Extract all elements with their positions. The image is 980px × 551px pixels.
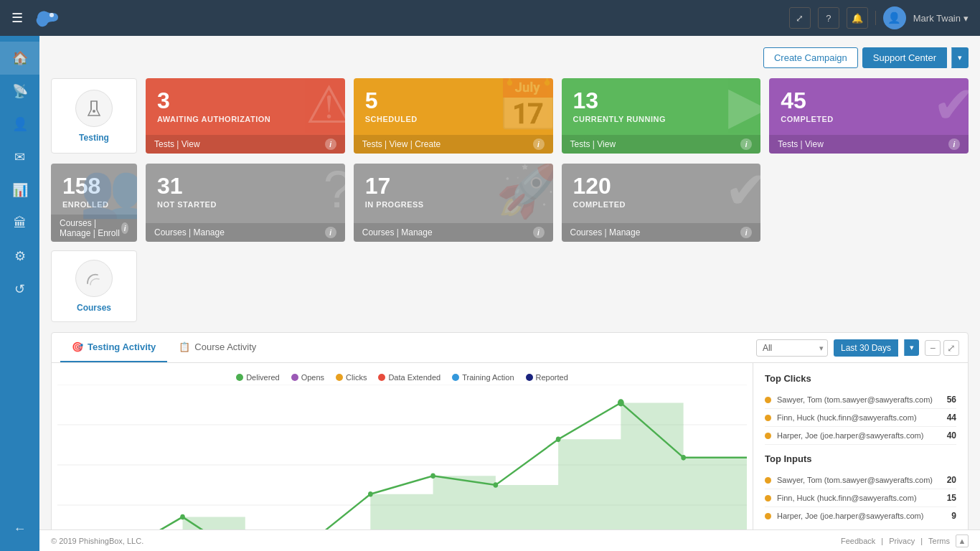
svg-point-0 — [50, 13, 54, 17]
in-progress-info-btn[interactable]: i — [533, 227, 545, 238]
stat-card-not-started: ? 31 NOT STARTED Courses | Manage i — [146, 164, 345, 242]
users-icon: 👤 — [12, 116, 28, 132]
filter-select[interactable]: All — [756, 339, 828, 357]
running-info-btn[interactable]: i — [740, 138, 752, 150]
completed-tests-label: COMPLETED — [781, 115, 957, 123]
sidebar-item-users[interactable]: 👤 — [0, 108, 39, 141]
not-started-manage-link[interactable]: Manage — [193, 227, 224, 237]
create-campaign-button[interactable]: Create Campaign — [763, 47, 858, 68]
feedback-link[interactable]: Feedback — [841, 537, 875, 545]
opens-dot — [291, 374, 298, 381]
completed-tests-links: Tests | View — [778, 139, 824, 149]
top-inputs-title: Top Inputs — [765, 453, 956, 464]
terms-link[interactable]: Terms — [928, 537, 950, 545]
completed-view-link[interactable]: View — [805, 139, 824, 149]
copyright: © 2019 PhishingBox, LLC. — [51, 537, 143, 545]
zoom-in-button[interactable]: ⤢ — [943, 340, 959, 356]
not-started-info-btn[interactable]: i — [325, 227, 336, 238]
sidebar-item-dashboard[interactable]: 🏠 — [0, 42, 39, 75]
chart-area: Delivered Opens Clicks Data Extended — [52, 363, 753, 551]
user-menu[interactable]: Mark Twain ▾ — [913, 13, 969, 24]
enrolled-enroll-link[interactable]: Enroll — [98, 228, 120, 238]
sidebar-item-reports[interactable]: 📊 — [0, 174, 39, 207]
activity-controls: All Last 30 Days ▾ − ⤢ — [756, 339, 959, 357]
enrolled-manage-link[interactable]: Manage — [60, 228, 90, 238]
completed-tests-info-btn[interactable]: i — [948, 138, 960, 150]
stats-row-1: Testing ⚠ 3 AWAITING AUTHORIZATION Tests… — [51, 78, 969, 154]
activity-section: 🎯 Testing Activity 📋 Course Activity All… — [51, 332, 969, 551]
privacy-link[interactable]: Privacy — [889, 537, 915, 545]
running-view-link[interactable]: View — [597, 139, 616, 149]
scheduled-info-btn[interactable]: i — [533, 138, 545, 150]
support-center-caret[interactable]: ▾ — [951, 47, 969, 68]
date-range-caret[interactable]: ▾ — [904, 339, 919, 356]
hamburger-menu[interactable]: ☰ — [11, 10, 23, 26]
completed-courses-footer-links: Courses | Manage — [570, 227, 641, 237]
sidebar-bottom: ← — [14, 512, 27, 545]
clicks-dot-2 — [765, 415, 771, 421]
scheduled-view-link[interactable]: View — [390, 139, 408, 149]
activity-icon: ↺ — [14, 281, 25, 297]
completed-courses-manage-link[interactable]: Manage — [609, 227, 640, 237]
not-started-courses-link[interactable]: Courses — [154, 227, 187, 237]
sidebar-item-phishing[interactable]: ✉ — [0, 141, 39, 174]
stat-card-running: ▶ 13 CURRENTLY RUNNING Tests | View i — [562, 78, 761, 154]
support-center-button[interactable]: Support Center — [862, 47, 947, 68]
panel-divider — [765, 445, 956, 453]
completed-courses-info-btn[interactable]: i — [740, 227, 752, 238]
completed-courses-number: 120 — [573, 174, 750, 199]
enrolled-bg-icon: 👥 — [80, 164, 137, 221]
stat-card-awaiting: ⚠ 3 AWAITING AUTHORIZATION Tests | View … — [146, 78, 345, 154]
awaiting-tests-link[interactable]: Tests — [154, 139, 174, 149]
in-progress-manage-link[interactable]: Manage — [401, 227, 432, 237]
scheduled-tests-link[interactable]: Tests — [362, 139, 382, 149]
sidebar-item-training[interactable]: 🏛 — [0, 207, 39, 240]
scroll-top-button[interactable]: ▲ — [956, 534, 969, 547]
testing-activity-label: Testing Activity — [88, 342, 156, 352]
zoom-out-button[interactable]: − — [925, 340, 941, 356]
in-progress-courses-link[interactable]: Courses — [362, 227, 395, 237]
clicks-name-1: Sawyer, Tom (tom.sawyer@sawyerafts.com) — [777, 395, 947, 404]
enrolled-info-btn[interactable]: i — [121, 222, 128, 234]
running-tests-link[interactable]: Tests — [570, 139, 590, 149]
completed-courses-bg-icon: ✔ — [725, 164, 760, 220]
sidebar-item-back[interactable]: ← — [14, 512, 27, 545]
testing-icon-card: Testing — [51, 78, 137, 154]
awaiting-view-link[interactable]: View — [182, 139, 200, 149]
help-icon[interactable]: ? — [818, 7, 839, 29]
awaiting-info-btn[interactable]: i — [325, 138, 336, 150]
clicks-dot — [336, 374, 343, 381]
tab-course-activity[interactable]: 📋 Course Activity — [167, 333, 268, 362]
completed-courses-footer: Courses | Manage i — [562, 223, 761, 242]
chart-svg-wrapper: Nov 20 Nov 23 Nov 26 Nov 29 Dec 02 Dec 0… — [57, 385, 747, 551]
d-dot-6 — [430, 474, 435, 479]
legend-data-extended: Data Extended — [378, 373, 440, 382]
awaiting-footer: Tests | View i — [146, 135, 345, 154]
scheduled-footer-links: Tests | View | Create — [362, 139, 440, 149]
running-bg-icon: ▶ — [728, 78, 760, 135]
scheduled-create-link[interactable]: Create — [415, 139, 440, 149]
clicks-name-3: Harper, Joe (joe.harper@sawyerafts.com) — [777, 431, 947, 440]
inputs-dot-3 — [765, 513, 771, 519]
tab-testing-activity[interactable]: 🎯 Testing Activity — [60, 333, 167, 362]
expand-icon[interactable]: ⤢ — [789, 7, 811, 29]
stat-card-completed-courses: ✔ 120 COMPLETED Courses | Manage i — [562, 164, 761, 242]
training-action-dot — [452, 374, 459, 381]
legend-training-action: Training Action — [452, 373, 514, 382]
legend-reported: Reported — [526, 373, 568, 382]
d-dot-10 — [681, 455, 686, 461]
courses-label[interactable]: Courses — [77, 303, 111, 313]
bell-icon[interactable]: 🔔 — [847, 7, 868, 29]
sidebar-item-activity[interactable]: ↺ — [0, 273, 39, 306]
completed-courses-link[interactable]: Courses — [570, 227, 603, 237]
clicks-label: Clicks — [346, 373, 367, 382]
sidebar-item-settings[interactable]: ⚙ — [0, 240, 39, 273]
completed-tests-link[interactable]: Tests — [778, 139, 798, 149]
testing-label[interactable]: Testing — [79, 133, 109, 143]
activity-tabs-bar: 🎯 Testing Activity 📋 Course Activity All… — [52, 333, 968, 363]
stats-row-2: Courses 👥 158 ENROLLED Courses | Manage … — [51, 164, 969, 322]
data-extended-label: Data Extended — [388, 373, 440, 382]
reports-icon: 📊 — [12, 182, 28, 198]
sidebar-item-campaigns[interactable]: 📡 — [0, 75, 39, 108]
date-range-button[interactable]: Last 30 Days — [834, 339, 898, 357]
